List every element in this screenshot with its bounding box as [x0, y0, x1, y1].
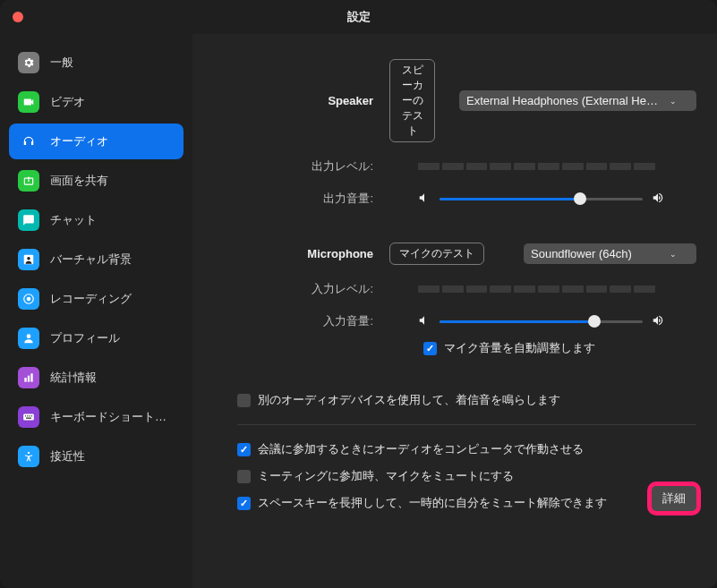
- sidebar-item-virtual-bg[interactable]: バーチャル背景: [9, 242, 184, 277]
- speaker-high-icon: [652, 192, 664, 207]
- chevron-down-icon: ⌄: [670, 97, 677, 106]
- input-level-meter: [418, 285, 655, 293]
- settings-window: 設定 一般ビデオオーディオ画面を共有チャットバーチャル背景レコーディングプロフィ…: [0, 0, 717, 588]
- separate-ringtone-option[interactable]: 別のオーディオデバイスを使用して、着信音を鳴らします: [237, 392, 696, 408]
- window-body: 一般ビデオオーディオ画面を共有チャットバーチャル背景レコーディングプロフィール統…: [0, 34, 717, 588]
- share-icon: [18, 170, 39, 192]
- output-volume-slider[interactable]: [440, 192, 643, 206]
- svg-rect-8: [23, 414, 34, 421]
- sidebar-item-gear[interactable]: 一般: [9, 45, 184, 81]
- join-audio-label: 会議に参加するときにオーディオをコンピュータで作動させる: [258, 441, 584, 457]
- svg-rect-13: [26, 418, 31, 419]
- microphone-device-select[interactable]: Soundflower (64ch) ⌄: [524, 243, 696, 264]
- svg-rect-7: [30, 373, 32, 381]
- sidebar-item-label: 接近性: [50, 448, 85, 464]
- advanced-button[interactable]: 詳細: [652, 486, 696, 511]
- sidebar-item-label: プロフィール: [50, 330, 120, 346]
- svg-rect-10: [27, 415, 28, 416]
- video-icon: [18, 91, 39, 113]
- output-level-label: 出力レベル:: [201, 158, 389, 175]
- sidebar-item-stats[interactable]: 統計情報: [9, 360, 184, 396]
- svg-point-14: [28, 452, 30, 454]
- sidebar-item-label: 一般: [50, 55, 73, 71]
- svg-rect-12: [31, 415, 32, 416]
- svg-rect-6: [28, 376, 30, 382]
- svg-rect-9: [25, 415, 26, 416]
- speaker-high-icon: [652, 314, 664, 329]
- speaker-device-value: External Headphones (External Headph…: [466, 94, 664, 107]
- speaker-section-label: Speaker: [201, 94, 389, 107]
- join-audio-checkbox[interactable]: [237, 443, 251, 456]
- audio-settings-panel: Speaker スピーカーのテスト External Headphones (E…: [192, 34, 717, 588]
- speaker-device-select[interactable]: External Headphones (External Headph… ⌄: [459, 90, 696, 111]
- sidebar-item-label: オーディオ: [50, 133, 108, 149]
- speaker-test-button[interactable]: スピーカーのテスト: [389, 59, 435, 142]
- mute-on-join-checkbox[interactable]: [237, 470, 251, 483]
- sidebar-item-profile[interactable]: プロフィール: [9, 320, 184, 356]
- input-volume-slider[interactable]: [440, 314, 643, 328]
- headphones-icon: [18, 131, 39, 152]
- chevron-down-icon: ⌄: [670, 250, 677, 259]
- svg-rect-5: [24, 378, 26, 382]
- separate-ringtone-checkbox[interactable]: [237, 394, 251, 407]
- auto-adjust-mic-checkbox[interactable]: [423, 342, 437, 355]
- sidebar-item-keyboard[interactable]: キーボードショートカ…: [9, 399, 184, 435]
- microphone-group: Microphone マイクのテスト Soundflower (64ch) ⌄ …: [201, 243, 696, 356]
- microphone-device-value: Soundflower (64ch): [531, 247, 632, 260]
- sidebar-item-video[interactable]: ビデオ: [9, 84, 184, 120]
- microphone-section-label: Microphone: [201, 247, 389, 260]
- sidebar: 一般ビデオオーディオ画面を共有チャットバーチャル背景レコーディングプロフィール統…: [0, 34, 192, 588]
- gear-icon: [18, 52, 39, 73]
- input-volume-label: 入力音量:: [201, 313, 389, 329]
- output-level-meter: [418, 163, 655, 170]
- svg-point-4: [27, 334, 31, 338]
- auto-adjust-mic-option[interactable]: マイク音量を自動調整します: [423, 340, 696, 356]
- speaker-low-icon: [418, 192, 431, 207]
- divider: [237, 424, 696, 425]
- sidebar-item-share[interactable]: 画面を共有: [9, 163, 184, 199]
- chat-icon: [18, 209, 39, 231]
- output-volume-label: 出力音量:: [201, 191, 389, 207]
- sidebar-item-label: キーボードショートカ…: [50, 409, 175, 425]
- sidebar-item-headphones[interactable]: オーディオ: [9, 124, 184, 159]
- svg-rect-11: [30, 415, 30, 416]
- stats-icon: [18, 367, 39, 388]
- sidebar-item-label: チャット: [50, 212, 97, 228]
- close-window-button[interactable]: [13, 12, 23, 22]
- mute-on-join-option[interactable]: ミーティングに参加時、マイクをミュートにする: [237, 468, 696, 484]
- record-icon: [18, 288, 39, 310]
- window-title: 設定: [347, 9, 371, 25]
- titlebar: 設定: [0, 0, 717, 34]
- accessibility-icon: [18, 446, 39, 467]
- keyboard-icon: [18, 406, 39, 428]
- virtual-bg-icon: [18, 249, 39, 270]
- microphone-test-button[interactable]: マイクのテスト: [389, 243, 484, 265]
- speaker-group: Speaker スピーカーのテスト External Headphones (E…: [201, 59, 696, 207]
- join-audio-option[interactable]: 会議に参加するときにオーディオをコンピュータで作動させる: [237, 441, 696, 457]
- sidebar-item-label: バーチャル背景: [50, 251, 132, 268]
- svg-point-3: [27, 297, 31, 302]
- sidebar-item-label: ビデオ: [50, 94, 85, 110]
- sidebar-item-label: 画面を共有: [50, 173, 108, 189]
- sidebar-item-label: レコーディング: [50, 291, 132, 307]
- input-level-label: 入力レベル:: [201, 281, 389, 297]
- separate-ringtone-label: 別のオーディオデバイスを使用して、着信音を鳴らします: [258, 392, 560, 408]
- sidebar-item-accessibility[interactable]: 接近性: [9, 439, 184, 474]
- space-unmute-option[interactable]: スペースキーを長押しして、一時的に自分をミュート解除できます: [237, 495, 696, 511]
- auto-adjust-mic-label: マイク音量を自動調整します: [444, 340, 595, 356]
- sidebar-item-record[interactable]: レコーディング: [9, 281, 184, 317]
- sidebar-item-chat[interactable]: チャット: [9, 202, 184, 238]
- mute-on-join-label: ミーティングに参加時、マイクをミュートにする: [258, 468, 514, 484]
- sidebar-item-label: 統計情報: [50, 370, 97, 386]
- svg-point-1: [27, 257, 30, 260]
- space-unmute-checkbox[interactable]: [237, 497, 251, 510]
- profile-icon: [18, 328, 39, 349]
- speaker-low-icon: [418, 314, 431, 329]
- space-unmute-label: スペースキーを長押しして、一時的に自分をミュート解除できます: [258, 495, 607, 511]
